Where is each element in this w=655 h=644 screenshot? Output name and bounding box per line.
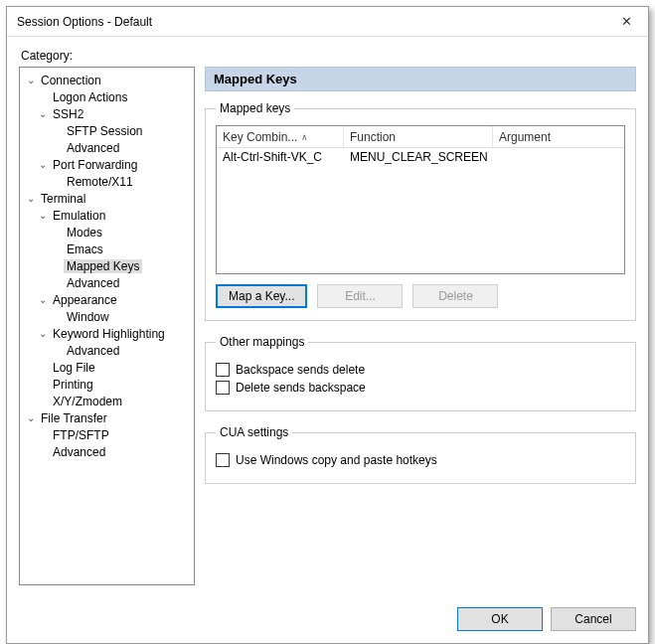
other-mappings-group: Other mappings Backspace sends delete De…	[205, 335, 636, 411]
table-row[interactable]: Alt-Ctrl-Shift-VK_C MENU_CLEAR_SCREEN	[217, 148, 624, 166]
tree-item-label: Terminal	[38, 192, 88, 206]
tree-item-keyword-highlighting[interactable]: ⌄Keyword Highlighting	[22, 325, 192, 342]
tree-item-label: Log File	[50, 361, 98, 375]
col-argument[interactable]: Argument	[493, 126, 624, 147]
tree-item-appearance[interactable]: ⌄Appearance	[22, 291, 192, 308]
table-header: Key Combin... ∧ Function Argument	[217, 126, 624, 148]
other-mappings-legend: Other mappings	[216, 335, 308, 349]
tree-item-label: SSH2	[50, 107, 86, 121]
tree-item-label: File Transfer	[38, 411, 110, 425]
tree-item-label: Advanced	[64, 276, 122, 290]
tree-item-label: Modes	[64, 226, 105, 240]
tree-item-advanced[interactable]: Advanced	[22, 342, 192, 359]
tree-item-label: Emulation	[50, 209, 108, 223]
tree-item-label: Connection	[38, 74, 104, 87]
tree-item-window[interactable]: Window	[22, 308, 192, 325]
tree-item-label: FTP/SFTP	[50, 428, 112, 442]
map-a-key-button[interactable]: Map a Key...	[216, 284, 307, 308]
tree-item-remote-x11[interactable]: Remote/X11	[22, 173, 192, 190]
col-key-combination[interactable]: Key Combin... ∧	[217, 126, 344, 147]
tree-item-log-file[interactable]: Log File	[22, 359, 192, 376]
mapped-keys-table[interactable]: Key Combin... ∧ Function Argument Alt-Ct…	[216, 125, 625, 274]
tree-item-label: SFTP Session	[64, 124, 145, 138]
tree-item-logon-actions[interactable]: Logon Actions	[22, 88, 192, 105]
chevron-down-icon[interactable]: ⌄	[36, 159, 50, 170]
delete-button: Delete	[412, 284, 498, 308]
tree-item-emacs[interactable]: Emacs	[22, 241, 192, 257]
tree-item-label: Window	[64, 310, 112, 324]
tree-item-advanced[interactable]: Advanced	[22, 139, 192, 156]
mapped-keys-legend: Mapped keys	[216, 101, 294, 115]
tree-item-terminal[interactable]: ⌄Terminal	[22, 190, 192, 207]
tree-item-connection[interactable]: ⌄Connection	[22, 72, 192, 88]
tree-item-label: Advanced	[64, 344, 122, 358]
tree-item-label: Advanced	[64, 141, 122, 155]
tree-item-label: Mapped Keys	[64, 259, 142, 273]
chevron-down-icon[interactable]: ⌄	[36, 294, 50, 305]
session-options-dialog: Session Options - Default ✕ Category: ⌄C…	[6, 6, 649, 644]
delete-sends-backspace-checkbox[interactable]: Delete sends backspace	[216, 381, 625, 395]
category-tree[interactable]: ⌄ConnectionLogon Actions⌄SSH2SFTP Sessio…	[19, 67, 195, 585]
tree-item-sftp-session[interactable]: SFTP Session	[22, 122, 192, 139]
checkbox-icon	[216, 381, 230, 395]
tree-item-printing[interactable]: Printing	[22, 376, 192, 393]
cua-settings-legend: CUA settings	[216, 425, 292, 439]
tree-item-modes[interactable]: Modes	[22, 224, 192, 241]
chevron-down-icon[interactable]: ⌄	[36, 108, 50, 119]
window-title: Session Options - Default	[17, 15, 604, 29]
ok-button[interactable]: OK	[457, 607, 543, 631]
checkbox-icon	[216, 363, 230, 377]
tree-item-mapped-keys[interactable]: Mapped Keys	[22, 257, 192, 274]
tree-item-label: Keyword Highlighting	[50, 327, 168, 341]
chevron-down-icon[interactable]: ⌄	[36, 210, 50, 221]
tree-item-emulation[interactable]: ⌄Emulation	[22, 207, 192, 224]
windows-hotkeys-checkbox[interactable]: Use Windows copy and paste hotkeys	[216, 453, 625, 467]
col-function[interactable]: Function	[344, 126, 493, 147]
cell-combo: Alt-Ctrl-Shift-VK_C	[217, 150, 344, 164]
mapped-keys-group: Mapped keys Key Combin... ∧ Function Arg…	[205, 101, 636, 321]
tree-item-label: Advanced	[50, 445, 108, 459]
tree-item-label: X/Y/Zmodem	[50, 395, 125, 408]
tree-item-port-forwarding[interactable]: ⌄Port Forwarding	[22, 156, 192, 173]
tree-item-x-y-zmodem[interactable]: X/Y/Zmodem	[22, 393, 192, 409]
chevron-down-icon[interactable]: ⌄	[24, 193, 38, 204]
edit-button: Edit...	[317, 284, 403, 308]
tree-item-label: Emacs	[64, 242, 106, 256]
close-icon[interactable]: ✕	[604, 8, 648, 36]
category-label: Category:	[21, 49, 636, 63]
sort-asc-icon: ∧	[301, 132, 308, 142]
section-title: Mapped Keys	[205, 67, 636, 91]
tree-item-ftp-sftp[interactable]: FTP/SFTP	[22, 426, 192, 443]
tree-item-label: Remote/X11	[64, 175, 136, 189]
tree-item-label: Printing	[50, 378, 96, 392]
cancel-button[interactable]: Cancel	[551, 607, 636, 631]
tree-item-label: Port Forwarding	[50, 158, 140, 172]
chevron-down-icon[interactable]: ⌄	[24, 412, 38, 423]
chevron-down-icon[interactable]: ⌄	[24, 75, 38, 85]
checkbox-icon	[216, 453, 230, 467]
titlebar: Session Options - Default ✕	[7, 7, 648, 37]
backspace-sends-delete-checkbox[interactable]: Backspace sends delete	[216, 363, 625, 377]
chevron-down-icon[interactable]: ⌄	[36, 328, 50, 339]
tree-item-file-transfer[interactable]: ⌄File Transfer	[22, 409, 192, 426]
tree-item-advanced[interactable]: Advanced	[22, 443, 192, 460]
tree-item-advanced[interactable]: Advanced	[22, 274, 192, 291]
tree-item-label: Logon Actions	[50, 90, 130, 104]
cell-func: MENU_CLEAR_SCREEN	[344, 150, 493, 164]
dialog-footer: OK Cancel	[7, 597, 648, 643]
tree-item-label: Appearance	[50, 293, 120, 307]
tree-item-ssh2[interactable]: ⌄SSH2	[22, 105, 192, 122]
cua-settings-group: CUA settings Use Windows copy and paste …	[205, 425, 636, 484]
